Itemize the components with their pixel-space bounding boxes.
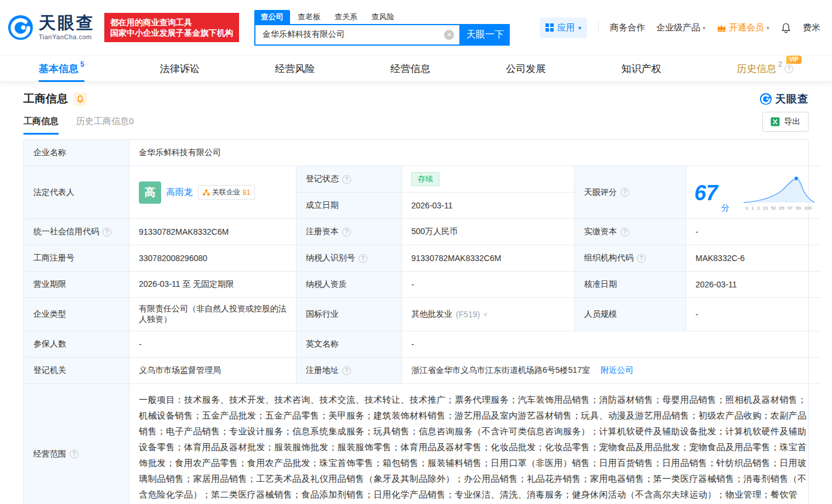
help-icon[interactable]: ?: [620, 188, 629, 197]
slogan-banner: 都在用的商业查询工具 国家中小企业发展子基金旗下机构: [104, 13, 239, 42]
help-icon[interactable]: ?: [70, 450, 79, 458]
search-tab-relation[interactable]: 查关系: [328, 10, 364, 24]
enterprise-label: 企业级产品: [656, 22, 700, 33]
help-icon[interactable]: ?: [342, 366, 351, 375]
export-label: 导出: [784, 116, 800, 127]
field-label-establish-date: 成立日期: [296, 193, 402, 219]
chevron-down-icon[interactable]: ˅: [483, 311, 487, 318]
business-info-table: 企业名称 金华乐鲜科技有限公司 法定代表人 高 高雨龙 关联企业 81 登记状态…: [23, 139, 809, 504]
help-icon[interactable]: ?: [785, 64, 793, 73]
slogan-line1: 都在用的商业查询工具: [110, 17, 233, 28]
field-value-reg-number: 330782008296080: [129, 245, 296, 272]
user-menu[interactable]: 费米: [803, 22, 820, 33]
field-value-english-name: -: [402, 331, 821, 358]
field-value-address: 浙江省金华市义乌市江东街道机场路6号5楼517室 附近公司: [402, 358, 821, 384]
top-header: 天眼查 TianYanCha.com 都在用的商业查询工具 国家中小企业发展子基…: [0, 0, 832, 55]
notification-bell-button[interactable]: [780, 22, 792, 33]
help-icon[interactable]: ?: [620, 228, 629, 236]
export-button[interactable]: 导出: [762, 112, 809, 132]
apps-grid-icon: [545, 23, 554, 32]
tab-operation-risk-label: 经营风险: [275, 62, 315, 76]
search-tab-boss[interactable]: 查老板: [291, 10, 327, 24]
chevron-down-icon: ▾: [766, 25, 769, 31]
bell-icon: [780, 22, 792, 33]
section-title-wrap: 工商信息: [23, 91, 87, 107]
help-icon[interactable]: ?: [342, 175, 351, 184]
field-value-score: 67 分 0 1 3 15 50 85 97 99 100: [686, 166, 821, 219]
field-label-business-term: 营业期限: [24, 272, 129, 298]
search-input[interactable]: [255, 30, 444, 39]
search-tab-risk[interactable]: 查风险: [365, 10, 401, 24]
tab-basic-info[interactable]: 基本信息 5: [39, 55, 84, 82]
tab-company-development[interactable]: 公司发展: [506, 55, 545, 82]
username: 费米: [803, 22, 820, 33]
field-label-industry: 国标行业: [296, 298, 402, 331]
score-number: 67: [694, 183, 718, 204]
field-value-industry[interactable]: 其他批发业 (F519) ˅: [402, 298, 575, 331]
tianyancha-logo[interactable]: 天眼查 TianYanCha.com: [7, 14, 95, 41]
apps-menu-label: 应用: [557, 22, 575, 33]
section-header: 工商信息 天眼查: [23, 91, 809, 107]
field-label-reg-capital: 注册资本 ?: [296, 219, 402, 245]
logo-domain: TianYanCha.com: [39, 33, 95, 40]
subtab-history-business-info[interactable]: 历史工商信息0: [76, 116, 134, 135]
field-label-paid-capital: 实缴资本 ?: [575, 219, 686, 245]
help-icon[interactable]: ?: [359, 254, 367, 263]
field-value-uscc: 91330782MAK8332C6M: [129, 219, 296, 245]
score-axis-labels: 0 1 3 15 50 85 97 99 100: [741, 205, 816, 211]
nearby-companies-link[interactable]: 附近公司: [601, 365, 633, 376]
field-value-paid-capital: -: [686, 219, 821, 245]
tianyancha-logo-icon: [7, 14, 34, 41]
help-icon[interactable]: ?: [342, 228, 351, 236]
tab-history-info-label: 历史信息: [736, 62, 776, 76]
search-button[interactable]: 天眼一下: [461, 24, 510, 46]
field-value-approval-date: 2026-03-11: [686, 272, 821, 298]
clear-search-icon[interactable]: ✕: [444, 30, 454, 40]
tab-operation-risk[interactable]: 经营风险: [275, 55, 315, 82]
menu-item-enterprise[interactable]: 企业级产品 ▾: [656, 22, 705, 33]
search-tab-company[interactable]: 查公司: [254, 10, 290, 24]
score-unit: 分: [721, 203, 729, 214]
slogan-line2: 国家中小企业发展子基金旗下机构: [110, 28, 233, 38]
field-value-reg-authority: 义乌市市场监督管理局: [129, 358, 296, 384]
monitor-bell-button[interactable]: [73, 92, 87, 106]
search-area: 查公司 查老板 查关系 查风险 ✕ 天眼一下: [254, 10, 510, 46]
help-icon[interactable]: ?: [103, 228, 111, 236]
excel-icon: [770, 117, 780, 126]
field-value-org-code: MAK8332C-6: [686, 245, 821, 272]
field-label-taxpayer-quality: 纳税人资质: [296, 272, 402, 298]
menu-item-cooperation[interactable]: 商务合作: [610, 22, 645, 33]
field-label-company-name: 企业名称: [24, 140, 129, 166]
company-nav-tabs: 基本信息 5 法律诉讼 经营风险 经营信息 公司发展 知识产权 历史信息 2 ?…: [0, 55, 832, 82]
score-curve-chart: [741, 176, 816, 205]
tab-basic-info-label: 基本信息: [39, 62, 79, 76]
field-value-legal-rep: 高 高雨龙 关联企业 81: [129, 166, 296, 219]
vip-badge: VIP: [786, 56, 802, 64]
section-title: 工商信息: [23, 91, 68, 107]
field-value-company-name: 金华乐鲜科技有限公司: [129, 140, 821, 166]
open-vip-label: 开通会员: [729, 22, 764, 33]
menu-item-open-vip[interactable]: 开通会员 ▾: [717, 22, 769, 33]
tab-legal-litigation[interactable]: 法律诉讼: [160, 55, 200, 82]
field-label-legal-rep: 法定代表人: [24, 166, 129, 219]
field-value-taxpayer-id: 91330782MAK8332C6M: [402, 245, 575, 272]
tab-operation-info[interactable]: 经营信息: [391, 55, 431, 82]
top-menu: 应用 ▾ 商务合作 企业级产品 ▾ 开通会员 ▾ 费米: [540, 18, 820, 38]
field-value-insured-count: -: [129, 331, 296, 358]
apps-menu-button[interactable]: 应用 ▾: [540, 18, 587, 38]
field-label-reg-status: 登记状态 ?: [296, 166, 402, 193]
related-companies-badge[interactable]: 关联企业 81: [198, 185, 255, 200]
tianyancha-logo-icon: [759, 92, 772, 105]
tab-history-info[interactable]: 历史信息 2 ? VIP: [736, 55, 793, 82]
cooperation-label: 商务合作: [610, 22, 645, 33]
search-row: ✕ 天眼一下: [254, 24, 510, 46]
score-chart: 0 1 3 15 50 85 97 99 100: [741, 176, 816, 211]
legal-rep-name-link[interactable]: 高雨龙: [166, 187, 193, 198]
chevron-down-icon: ▾: [578, 25, 581, 31]
field-value-company-type: 有限责任公司（非自然人投资或控股的法人独资）: [129, 298, 296, 331]
tab-intellectual-property[interactable]: 知识产权: [621, 55, 661, 82]
help-icon[interactable]: ?: [637, 254, 646, 263]
org-chart-icon: [203, 189, 210, 196]
subtab-business-info[interactable]: 工商信息: [23, 116, 59, 135]
chevron-down-icon: ▾: [703, 25, 705, 31]
